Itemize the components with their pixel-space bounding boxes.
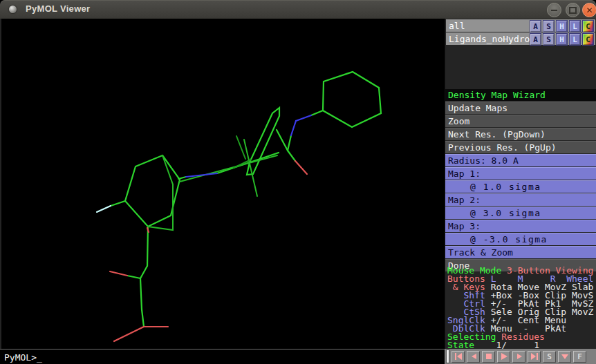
wizard-item-map1[interactable]: Map 1: <box>445 167 596 180</box>
skip-start-icon <box>454 353 463 360</box>
label-button[interactable]: L <box>569 20 581 32</box>
window-title: PyMOL Viewer <box>26 3 90 14</box>
show-button[interactable]: S <box>543 20 555 32</box>
wizard-item-next-res[interactable]: Next Res. (PgDown) <box>445 128 596 140</box>
wizard-item-map3[interactable]: Map 3: <box>445 220 596 232</box>
oxygen-bonds <box>110 161 307 341</box>
command-prompt: PyMOL> <box>4 352 37 363</box>
step-forward-button[interactable] <box>512 351 525 363</box>
step-back-icon <box>470 353 477 360</box>
step-forward-icon <box>516 353 523 360</box>
hide-button[interactable]: H <box>556 33 568 46</box>
skip-to-end-button[interactable] <box>528 351 541 363</box>
skip-end-icon <box>530 353 539 360</box>
side-panel: all A S H L C Ligands_noHydrog A S H L C <box>445 19 596 349</box>
play-button[interactable] <box>497 351 510 363</box>
molecule-rendering <box>1 19 445 349</box>
action-button[interactable]: A <box>530 33 541 46</box>
play-icon <box>501 353 507 360</box>
stop-icon <box>485 353 492 360</box>
object-row-ligands[interactable]: Ligands_noHydrog A S H L C <box>446 32 595 45</box>
object-name: Ligands_noHydrog <box>449 34 535 44</box>
title-bar[interactable]: PyMOL Viewer ✕ <box>0 0 596 19</box>
maximize-button[interactable] <box>566 3 580 17</box>
menu-down-button[interactable] <box>558 351 571 363</box>
wizard-item-update-maps[interactable]: Update Maps <box>445 102 596 114</box>
stop-button[interactable] <box>482 351 495 363</box>
object-row-all[interactable]: all A S H L C <box>446 19 595 32</box>
carbon-bonds <box>111 72 381 327</box>
wizard-item-previous-res[interactable]: Previous Res. (PgUp) <box>445 141 596 153</box>
skip-to-start-button[interactable] <box>451 351 465 363</box>
fullscreen-button[interactable]: F <box>573 351 586 363</box>
wizard-item-track-zoom[interactable]: Track & Zoom <box>445 246 596 258</box>
pymol-viewer-window: PyMOL Viewer ✕ <box>0 0 596 364</box>
wizard-item-radius[interactable]: Radius: 8.0 A <box>445 154 596 166</box>
scene-button[interactable]: S <box>543 351 556 363</box>
command-line-input[interactable]: PyMOL>_ <box>0 349 445 364</box>
color-button[interactable]: C <box>582 20 594 32</box>
label-button[interactable]: L <box>569 33 581 46</box>
object-button-group: A S H L C <box>530 20 594 32</box>
minimize-button[interactable] <box>547 3 561 17</box>
maximize-icon <box>569 7 577 14</box>
wizard-item-zoom[interactable]: Zoom <box>445 115 596 127</box>
wizard-item-map1-sigma[interactable]: @ 1.0 sigma <box>445 180 596 193</box>
movie-playback-bar: S F <box>445 349 596 364</box>
step-back-button[interactable] <box>467 351 480 363</box>
command-cursor: _ <box>37 352 42 363</box>
action-button[interactable]: A <box>530 20 541 32</box>
wizard-item-map2-sigma[interactable]: @ 3.0 sigma <box>445 207 596 219</box>
show-button[interactable]: S <box>543 33 555 46</box>
close-button[interactable]: ✕ <box>582 3 596 17</box>
chevron-down-icon <box>561 354 569 360</box>
hide-button[interactable]: H <box>556 20 568 32</box>
hydrogen-bond <box>97 206 111 212</box>
panel-resize-handle[interactable] <box>446 349 449 363</box>
object-name: all <box>449 21 465 31</box>
close-icon: ✕ <box>586 6 593 15</box>
app-icon <box>9 6 17 13</box>
main-content: all A S H L C Ligands_noHydrog A S H L C <box>0 19 596 349</box>
object-button-group: A S H L C <box>530 33 594 46</box>
wizard-title: Density Map Wizard <box>445 89 596 101</box>
wizard-item-map3-sigma[interactable]: @ -3.0 sigma <box>445 233 596 245</box>
minimize-icon <box>551 10 557 11</box>
color-button[interactable]: C <box>582 33 594 46</box>
density-map-wizard: Density Map Wizard Update Maps Zoom Next… <box>445 89 596 272</box>
molecule-viewport[interactable] <box>1 19 445 349</box>
bottom-bar: PyMOL>_ S F <box>0 349 596 364</box>
wizard-item-map2[interactable]: Map 2: <box>445 193 596 206</box>
mouse-mode-panel: Mouse Mode 3-Button Viewing Buttons L M … <box>447 267 596 349</box>
